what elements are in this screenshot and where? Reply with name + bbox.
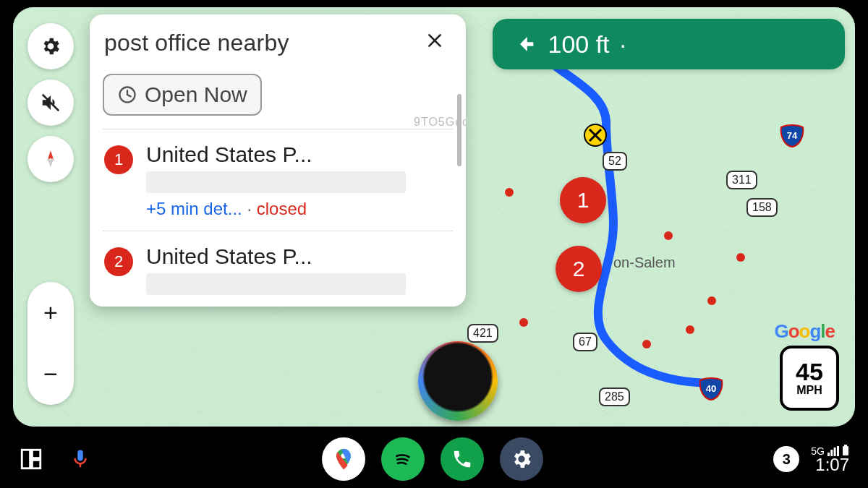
clock-icon xyxy=(117,85,137,105)
network-status: 5G 1:07 xyxy=(811,445,849,474)
result-address-redacted xyxy=(146,171,406,193)
route-shield-285: 285 xyxy=(599,388,630,406)
spotify-icon xyxy=(391,447,415,471)
result-index-badge: 2 xyxy=(104,247,133,276)
poi-dot xyxy=(664,231,673,240)
poi-dot xyxy=(505,188,514,197)
nav-app-settings[interactable] xyxy=(500,437,543,481)
clock: 1:07 xyxy=(815,456,849,474)
nav-app-phone[interactable] xyxy=(441,437,484,481)
scrollbar[interactable] xyxy=(457,94,461,166)
svg-rect-13 xyxy=(844,445,847,446)
clear-search-button[interactable] xyxy=(418,26,451,59)
svg-text:40: 40 xyxy=(706,383,716,394)
result-status: closed xyxy=(257,199,307,218)
phone-icon xyxy=(451,448,473,470)
zoom-in-button[interactable]: + xyxy=(43,299,58,327)
route-shield-52: 52 xyxy=(603,152,627,171)
filter-chip-label: Open Now xyxy=(145,82,247,107)
result-address-redacted xyxy=(146,273,406,295)
turn-distance: 100 ft xyxy=(548,30,609,59)
route-shield-158: 158 xyxy=(746,198,778,217)
route-shield-311: 311 xyxy=(726,171,757,189)
svg-rect-8 xyxy=(32,450,40,458)
zoom-out-button[interactable]: − xyxy=(43,360,58,388)
compass-button[interactable] xyxy=(27,136,74,182)
poi-dot xyxy=(736,253,745,262)
gear-icon xyxy=(40,35,61,57)
railroad-crossing-icon xyxy=(583,123,608,147)
svg-rect-7 xyxy=(22,450,30,468)
status-area: 3 5G 1:07 xyxy=(773,445,849,474)
result-detour: +5 min det... xyxy=(146,199,242,218)
settings-button[interactable] xyxy=(27,23,74,69)
city-label-salem: on-Salem xyxy=(613,254,676,271)
poi-dot xyxy=(642,340,651,348)
svg-text:74: 74 xyxy=(787,130,798,141)
svg-rect-9 xyxy=(32,460,40,468)
app-grid-icon[interactable] xyxy=(19,447,43,471)
gear-icon xyxy=(510,448,533,471)
interstate-shield-74: 74 xyxy=(780,123,804,147)
svg-marker-5 xyxy=(47,158,54,168)
result-index-badge: 1 xyxy=(104,145,133,174)
route-shield-67: 67 xyxy=(573,333,597,351)
turn-separator: · xyxy=(620,30,626,59)
voice-assistant-icon[interactable] xyxy=(69,447,91,471)
result-title: United States P... xyxy=(146,244,451,269)
speaker-muted-icon xyxy=(40,92,61,114)
map-screen: wn on-Salem 1 2 52 311 158 421 67 285 74… xyxy=(13,7,855,427)
close-icon xyxy=(425,31,444,50)
compass-icon xyxy=(41,149,61,169)
assistant-orb[interactable] xyxy=(418,341,498,421)
search-query[interactable]: post office nearby xyxy=(104,30,418,56)
interstate-shield-40: 40 xyxy=(699,376,723,401)
route-shield-421: 421 xyxy=(467,324,498,343)
result-title: United States P... xyxy=(146,142,451,167)
result-meta: +5 min det... · closed xyxy=(146,199,451,219)
next-turn-card[interactable]: 100 ft · xyxy=(493,19,845,69)
search-result[interactable]: 1 United States P... +5 min det... · clo… xyxy=(90,129,466,231)
mute-button[interactable] xyxy=(27,80,74,126)
speed-limit-value: 45 xyxy=(796,359,823,384)
search-panel: post office nearby Open Now 9TO5Google 1… xyxy=(90,14,466,307)
zoom-control: + − xyxy=(27,282,74,405)
poi-dot xyxy=(686,325,694,334)
notification-count-badge[interactable]: 3 xyxy=(773,446,799,472)
speed-limit-sign: 45 MPH xyxy=(780,346,839,411)
poi-dot xyxy=(707,296,716,305)
speed-limit-unit: MPH xyxy=(796,384,822,397)
android-auto-navbar: 3 5G 1:07 xyxy=(0,430,868,488)
google-logo: Google xyxy=(774,320,835,343)
filter-open-now-chip[interactable]: Open Now xyxy=(103,74,262,116)
map-pin-2[interactable]: 2 xyxy=(556,246,602,292)
google-maps-icon xyxy=(331,447,356,471)
map-pin-1[interactable]: 1 xyxy=(560,177,606,223)
nav-app-spotify[interactable] xyxy=(381,437,425,481)
turn-left-icon xyxy=(513,32,537,56)
search-result[interactable]: 2 United States P... xyxy=(90,231,466,307)
poi-dot xyxy=(519,318,528,327)
nav-app-maps[interactable] xyxy=(322,437,365,481)
left-controls xyxy=(27,23,74,182)
